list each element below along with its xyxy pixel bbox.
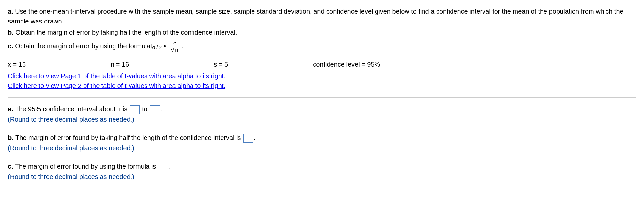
link-t-table-page-2[interactable]: Click here to view Page 2 of the table o… [8, 81, 225, 91]
section-divider [8, 97, 636, 98]
mu-symbol: μ [117, 105, 121, 113]
given-data-row: x = 16 n = 16 s = 5 confidence level = 9… [8, 59, 636, 69]
answer-a-period: . [161, 105, 162, 113]
prompt-c-suffix: . [182, 41, 184, 51]
formula-fraction: s n [169, 38, 180, 53]
formula-sub: α / 2 [152, 44, 162, 51]
given-xbar: x = 16 [8, 59, 26, 69]
sqrt-arg: n [174, 46, 179, 53]
formula-dot: • [164, 41, 166, 51]
answer-c-label: c. [8, 163, 13, 170]
prompt-c: c. Obtain the margin of error by using t… [8, 38, 636, 53]
prompt-b-text: Obtain the margin of error by taking hal… [15, 29, 237, 36]
answer-a-label: a. [8, 105, 13, 113]
answer-b-label: b. [8, 134, 14, 141]
ci-upper-input[interactable] [150, 105, 160, 114]
prompt-a: a. Use the one-mean t-interval procedure… [8, 7, 636, 26]
moe-formula-input[interactable] [159, 163, 168, 171]
sqrt-symbol [171, 46, 174, 53]
formula-denominator: n [169, 46, 180, 53]
question-prompt: a. Use the one-mean t-interval procedure… [8, 7, 636, 91]
ci-lower-input[interactable] [130, 105, 140, 114]
answer-c: c. The margin of error found by using th… [8, 161, 636, 182]
hint-b: (Round to three decimal places as needed… [8, 143, 636, 153]
hint-c: (Round to three decimal places as needed… [8, 172, 636, 182]
hint-a: (Round to three decimal places as needed… [8, 114, 636, 124]
xbar-value: = 16 [13, 61, 26, 68]
answer-a-prefix: The 95% confidence interval about [15, 105, 117, 113]
given-s: s = 5 [214, 59, 228, 69]
answer-a: a. The 95% confidence interval about μ i… [8, 104, 636, 124]
prompt-c-prefix: Obtain the margin of error by using the … [15, 42, 150, 50]
moe-half-input[interactable] [243, 134, 253, 143]
margin-error-formula: tα / 2 • s n [150, 38, 182, 53]
answer-b-period: . [254, 134, 256, 141]
given-n: n = 16 [111, 59, 129, 69]
label-a: a. [8, 8, 13, 15]
answer-a-to: to [140, 105, 149, 113]
answer-c-period: . [169, 163, 171, 170]
link-t-table-page-1[interactable]: Click here to view Page 1 of the table o… [8, 71, 225, 81]
xbar-symbol: x [8, 59, 11, 69]
prompt-a-text: Use the one-mean t-interval procedure wi… [8, 8, 623, 25]
answer-c-text: The margin of error found by using the f… [15, 163, 158, 170]
label-b: b. [8, 29, 14, 36]
answer-b: b. The margin of error found by taking h… [8, 133, 636, 153]
answer-a-is: is [121, 105, 129, 113]
formula-numerator: s [172, 38, 178, 46]
given-confidence: confidence level = 95% [313, 59, 380, 69]
label-c: c. [8, 42, 13, 50]
prompt-b: b. Obtain the margin of error by taking … [8, 27, 636, 37]
answer-b-text: The margin of error found by taking half… [15, 134, 243, 141]
